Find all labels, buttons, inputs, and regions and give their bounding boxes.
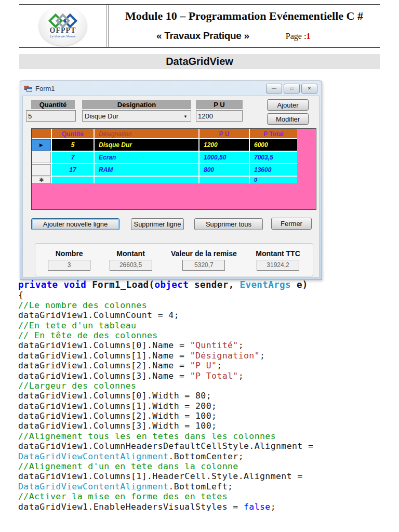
code-token-cm: //Alignement tous les en tetes dans les … (18, 431, 276, 441)
grid-cell[interactable] (95, 177, 198, 183)
grid-column-header[interactable]: Désignation (95, 129, 198, 138)
datagridview[interactable]: QuntitéDésignationP UP Total▶5Disque Dur… (31, 128, 316, 210)
summary-label: Montant (116, 249, 144, 258)
totals-groupbox: Nombre3Montant26603,5Valeur de la remise… (35, 243, 313, 276)
code-line: dataGridView1.Columns[1].Name = "Désigna… (18, 351, 392, 361)
grid-row: ✱0 (32, 177, 297, 183)
code-line: dataGridView1.Columns[3].Width = 100; (18, 421, 392, 431)
ofppt-logo-tagline: La Voie de l'Avenir (50, 34, 76, 38)
page-number: 1 (306, 32, 310, 41)
grid-header-row: QuntitéDésignationP UP Total (32, 129, 297, 138)
code-token-pl: dataGridView1.Columns[0].Width = 80; (18, 391, 211, 401)
supprimer-tous-button[interactable]: Supprimer tous (194, 218, 263, 230)
code-token-cm: //Activer la mise en forme des en tetes (18, 491, 228, 501)
supprimer-ligne-button[interactable]: Supprimer ligne (131, 218, 184, 230)
grid-cell[interactable]: 1200 (200, 139, 249, 151)
code-token-cm: // En tête de des colonnes (18, 330, 158, 340)
designation-selected-value: Disque Dur (85, 112, 118, 120)
summary-value: 31924,2 (257, 260, 299, 271)
header-subtitle-row: « Travaux Pratique » Page :1 (109, 30, 380, 42)
row-header[interactable] (32, 164, 51, 176)
grid-row: ▶5Disque Dur12006000 (32, 139, 297, 151)
code-token-cm: //Alignement d'un en tete dans la colonn… (18, 461, 238, 471)
code-block: private void Form1_Load(object sender, E… (18, 280, 392, 512)
code-token-cm: //Largeur des colonnes (18, 381, 136, 391)
summary-value: 5320,7 (182, 260, 225, 271)
section-title: DataGridView (19, 54, 380, 69)
code-token-pl: dataGridView1.Columns[1].HeaderCell.Styl… (18, 471, 303, 481)
grid-column-header[interactable]: P U (200, 129, 249, 138)
ajouter-nouvelle-ligne-button[interactable]: Ajouter nouvelle ligne (31, 218, 119, 230)
code-line: //Alignement d'un en tete dans la colonn… (18, 461, 392, 471)
grid-cell[interactable]: 5 (52, 139, 94, 151)
code-token-pl: dataGridView1.Columns[0].Name = (18, 340, 190, 350)
grid-cell[interactable]: 1000,50 (200, 152, 249, 163)
designation-combobox[interactable]: Disque Dur ▼ (82, 110, 191, 122)
code-token-pl (58, 280, 64, 290)
code-line: //En tete d'un tableau (18, 321, 392, 330)
code-token-pl: dataGridView1.Columns[2].Width = 100; (18, 411, 217, 421)
code-token-ty: DataGridViewContentAlignment (18, 451, 168, 461)
code-token-st: "Quntité" (190, 340, 238, 350)
pu-input[interactable] (196, 110, 243, 122)
code-token-pl: dataGridView1.Columns[1].Name = (18, 351, 190, 361)
code-token-pl: ; (271, 502, 276, 512)
chevron-down-icon: ▼ (183, 114, 188, 119)
form-client-area: Quantité Designation P U Disque Dur ▼ Aj… (22, 96, 320, 277)
minimize-button[interactable]: — (266, 84, 282, 94)
row-header[interactable] (32, 152, 51, 163)
window-titlebar[interactable]: Form1 — □ ✕ (20, 81, 322, 96)
modifier-button[interactable]: Modifier (267, 113, 309, 125)
code-token-kw: void (64, 280, 87, 290)
module-title: Module 10 – Programmation Evénementielle… (109, 9, 380, 23)
code-token-st: "P U" (190, 361, 217, 370)
window-title: Form1 (35, 85, 55, 92)
code-line: dataGridView1.Columns[1].HeaderCell.Styl… (18, 471, 392, 481)
code-line: //Le nombre des colonnes (18, 300, 392, 310)
grid-cell[interactable]: 7003,5 (250, 152, 297, 163)
grid-cell[interactable] (200, 177, 249, 183)
code-token-pl: { (18, 290, 23, 300)
grid-cell[interactable]: 13600 (250, 164, 297, 176)
grid-cell[interactable]: RAM (95, 164, 198, 176)
code-line: dataGridView1.Columns[1].Width = 200; (18, 401, 392, 411)
summary-value: 26603,5 (110, 260, 152, 271)
grid-column-header[interactable]: P Total (250, 129, 297, 138)
code-line: // En tête de des colonnes (18, 330, 392, 340)
grid-column-header[interactable]: Quntité (52, 129, 94, 138)
code-token-pl: ; (238, 340, 244, 350)
code-token-st: "P Total" (190, 371, 238, 381)
code-line: //Alignement tous les en tetes dans les … (18, 431, 392, 441)
window-controls: — □ ✕ (266, 84, 317, 94)
row-selector-icon[interactable]: ▶ (32, 139, 51, 151)
code-token-pl: dataGridView1.ColumnCount = 4; (18, 310, 179, 320)
code-line: //Largeur des colonnes (18, 381, 392, 391)
grid-cell[interactable]: 17 (52, 164, 94, 176)
grid-cell[interactable]: 6000 (250, 139, 297, 151)
maximize-button[interactable]: □ (284, 84, 300, 94)
summary-label: Nombre (56, 249, 83, 258)
grid-cell[interactable]: 0 (250, 177, 297, 183)
fermer-button[interactable]: Fermer (271, 218, 312, 230)
grid-corner-cell (32, 129, 51, 138)
summary-label: Montant TTC (256, 249, 300, 258)
close-button[interactable]: ✕ (301, 84, 317, 94)
grid-cell[interactable] (52, 177, 94, 183)
quantite-input[interactable] (26, 110, 76, 122)
new-row-icon[interactable]: ✱ (32, 177, 51, 183)
grid-cell[interactable]: Disque Dur (95, 139, 198, 151)
ajouter-button[interactable]: Ajouter (267, 99, 309, 111)
grid-row: 7Ecran1000,507003,5 (32, 152, 297, 163)
header-title-cell: Module 10 – Programmation Evénementielle… (109, 5, 380, 47)
code-token-kw: false (244, 502, 271, 512)
code-line: dataGridView1.ColumnCount = 4; (18, 310, 392, 320)
code-token-pl: sender, (189, 280, 240, 290)
page-indicator: Page :1 (286, 32, 311, 41)
code-token-pl: dataGridView1.ColumnHeadersDefaultCellSt… (18, 441, 313, 451)
grid-cell[interactable]: Ecran (95, 152, 198, 163)
grid-cell[interactable]: 7 (52, 152, 94, 163)
code-token-cm: //Le nombre des colonnes (18, 300, 147, 310)
code-line: dataGridView1.Columns[2].Name = "P U"; (18, 361, 392, 370)
grid-cell[interactable]: 800 (200, 164, 249, 176)
code-line: dataGridView1.Columns[2].Width = 100; (18, 411, 392, 421)
